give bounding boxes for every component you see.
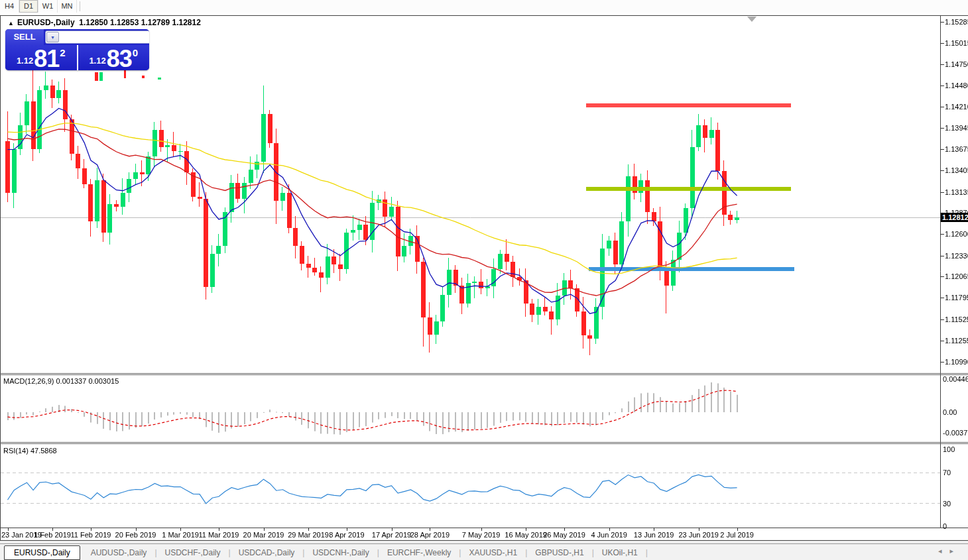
- rsi-axis-label: 0: [943, 522, 947, 530]
- macd-axis-label: 0.00: [943, 408, 957, 416]
- chart-tab-usdcad-daily[interactable]: USDCAD-,Daily: [231, 546, 303, 559]
- date-axis-label: 2 Jul 2019: [720, 531, 754, 539]
- chart-tab-xauusd-h1[interactable]: XAUUSD-,H1: [461, 546, 525, 559]
- date-axis-label: 11 Mar 2019: [198, 531, 239, 539]
- volume-down-button[interactable]: ▼: [46, 32, 59, 42]
- quote-low: 1.12789: [141, 18, 170, 27]
- chart-tab-ukoil-h1[interactable]: UKOil-,H1: [594, 546, 646, 559]
- rsi-axis-label: 30: [943, 500, 951, 508]
- chart-title: ▲EURUSD-,Daily 1.12850 1.12853 1.12789 1…: [8, 18, 201, 27]
- sell-price-big: 81: [34, 49, 59, 68]
- chart-tab-audusd-daily[interactable]: AUDUSD-,Daily: [83, 546, 155, 559]
- toolbar-separator: [80, 1, 80, 11]
- chart-tab-eurchf-weekly[interactable]: EURCHF-,Weekly: [379, 546, 459, 559]
- chart-tab-eurusd-daily[interactable]: EURUSD-,Daily: [4, 545, 80, 560]
- tab-scroll-left-icon[interactable]: ◂: [938, 547, 950, 555]
- chart-tab-usdcnh-daily[interactable]: USDCNH-,Daily: [304, 546, 377, 559]
- price-axis-label: 1.13675: [945, 145, 968, 153]
- chart-tab-usdchf-daily[interactable]: USDCHF-,Daily: [157, 546, 229, 559]
- volume-input[interactable]: [60, 31, 149, 43]
- buy-price-button[interactable]: 1.12 83 0: [78, 45, 150, 70]
- macd-indicator-label: MACD(12,26,9) 0.001337 0.003015: [3, 377, 119, 385]
- chart-canvas[interactable]: [0, 13, 968, 543]
- date-axis-label: 20 Mar 2019: [243, 531, 284, 539]
- chart-window: ▲EURUSD-,Daily 1.12850 1.12853 1.12789 1…: [0, 13, 968, 543]
- date-axis-label: 11 Feb 2019: [70, 531, 111, 539]
- macd-axis-label: -0.003715: [943, 429, 968, 437]
- sell-label: SELL: [5, 29, 44, 45]
- price-axis-label: 1.13135: [945, 188, 968, 196]
- sell-price-button[interactable]: 1.12 81 2: [5, 45, 78, 70]
- rsi-axis-label: 100: [943, 445, 955, 453]
- date-axis-label: 16 May 2019: [505, 531, 547, 539]
- date-axis-label: 1 Feb 2019: [34, 531, 71, 539]
- buy-price-small: 1.12: [89, 56, 105, 66]
- chart-symbol-label: EURUSD-,Daily: [17, 18, 75, 27]
- date-axis-label: 23 Jun 2019: [678, 531, 719, 539]
- price-axis-label: 1.12330: [945, 252, 968, 260]
- quote-open: 1.12850: [79, 18, 107, 27]
- price-axis-label: 1.12600: [945, 230, 968, 238]
- rsi-axis-label: 70: [943, 469, 951, 476]
- sell-price-small: 1.12: [17, 56, 33, 66]
- tab-separator: |: [646, 548, 648, 557]
- date-axis-label: 1 Mar 2019: [162, 531, 199, 539]
- chart-tab-bar: EURUSD-,DailyAUDUSD-,Daily|USDCHF-,Daily…: [0, 543, 968, 560]
- date-axis-label: 17 Apr 2019: [372, 531, 411, 539]
- price-axis-label: 1.15285: [945, 18, 968, 26]
- one-click-trading-panel: SELL ▼ ▲ BUY 1.12 81 2 1.12 83 0: [5, 29, 149, 70]
- timeframe-button-d1[interactable]: D1: [19, 0, 38, 13]
- chart-shift-marker-icon[interactable]: [747, 17, 756, 22]
- timeframe-toolbar: H4 D1 W1 MN: [0, 0, 968, 13]
- quote-high: 1.12853: [110, 18, 139, 27]
- price-axis-label: 1.13405: [945, 166, 968, 174]
- rsi-indicator-label: RSI(14) 47.5868: [3, 447, 57, 455]
- buy-price-big: 83: [107, 49, 132, 68]
- timeframe-button-mn[interactable]: MN: [58, 0, 77, 13]
- chart-tab-gbpusd-h1[interactable]: GBPUSD-,H1: [527, 546, 591, 559]
- date-axis-label: 7 May 2019: [462, 531, 500, 539]
- sell-price-sup: 2: [60, 47, 65, 58]
- current-price-badge: 1.12812: [941, 213, 968, 222]
- date-axis-label: 20 Feb 2019: [115, 531, 156, 539]
- price-axis-label: 1.15015: [945, 39, 968, 47]
- tab-scroll-right-icon[interactable]: ▸: [949, 547, 961, 555]
- date-axis-label: 26 May 2019: [543, 531, 585, 539]
- date-axis-label: 28 Apr 2019: [410, 531, 450, 539]
- one-click-panel-toggle-icon[interactable]: ▲: [8, 20, 14, 27]
- date-axis-label: 29 Mar 2019: [288, 531, 329, 539]
- price-axis-label: 1.13945: [945, 124, 968, 132]
- price-axis-label: 1.10990: [945, 358, 968, 366]
- price-axis-label: 1.14750: [945, 60, 968, 68]
- price-axis-label: 1.14480: [945, 82, 968, 89]
- tab-scroll-arrows[interactable]: ◂▸: [938, 547, 961, 555]
- date-axis-label: 13 Jun 2019: [634, 531, 674, 539]
- price-axis-label: 1.11255: [945, 337, 968, 345]
- price-axis-label: 1.11795: [945, 294, 968, 302]
- quote-close: 1.12812: [172, 18, 200, 27]
- macd-axis-label: 0.004465: [943, 375, 968, 383]
- price-axis-label: 1.12065: [945, 272, 968, 280]
- price-axis-label: 1.11525: [945, 315, 968, 323]
- price-axis-label: 1.14210: [945, 103, 968, 111]
- buy-price-sup: 0: [133, 47, 138, 58]
- timeframe-button-h4[interactable]: H4: [0, 0, 19, 13]
- timeframe-button-w1[interactable]: W1: [38, 0, 58, 13]
- volume-control: ▼ ▲: [45, 30, 149, 44]
- date-axis-label: 8 Apr 2019: [329, 531, 364, 539]
- date-axis-label: 4 Jun 2019: [591, 531, 627, 539]
